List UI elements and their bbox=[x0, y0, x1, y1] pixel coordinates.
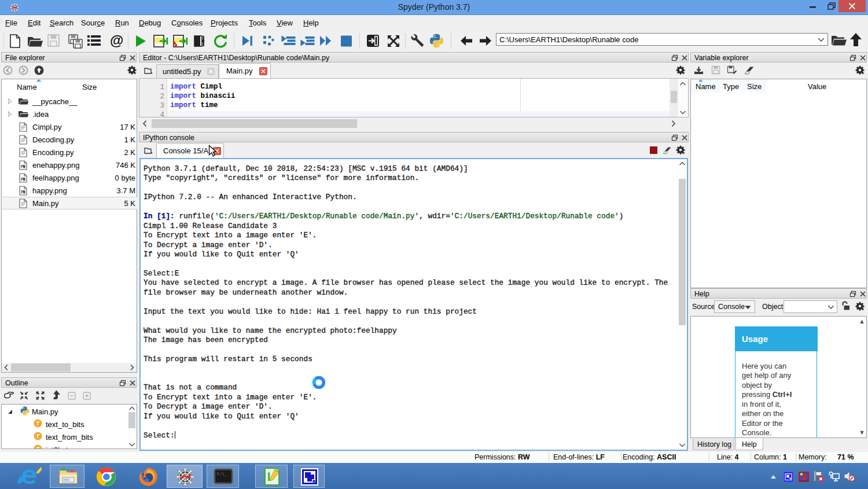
svg-text:C:\_: C:\_ bbox=[217, 472, 227, 476]
